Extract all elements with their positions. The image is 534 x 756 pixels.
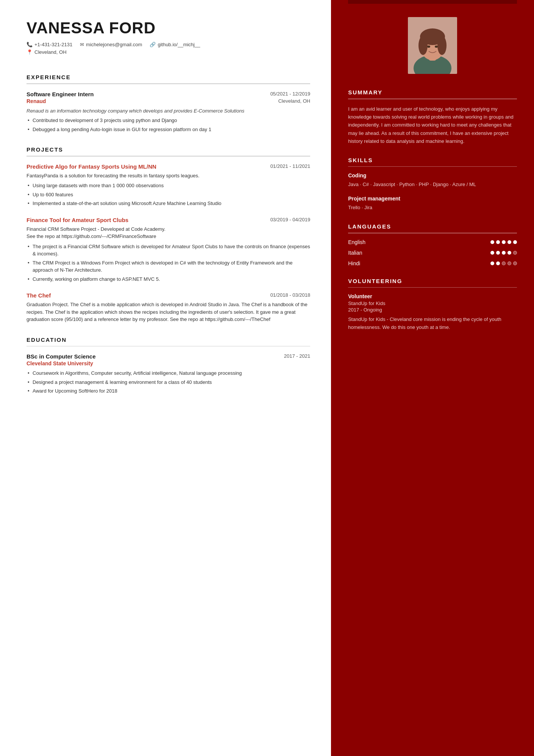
- project-date-2: 01/2018 - 03/2018: [270, 292, 311, 298]
- lang-dot-1-4: [513, 251, 517, 255]
- summary-text: I am an avid learner and user of technol…: [348, 105, 517, 146]
- project-desc-2: Graduation Project. The Chef is a mobile…: [27, 301, 310, 323]
- edu-bullets-0: Coursework in Algorithms, Computer secur…: [27, 369, 310, 395]
- language-name-2: Hindi: [348, 260, 360, 266]
- language-row-2: Hindi: [348, 260, 517, 266]
- contact-line-1: 📞 +1-431-321-2131 ✉ michelejones@gmail.c…: [27, 42, 310, 47]
- language-name-1: Italian: [348, 250, 362, 256]
- project-item-1: Finance Tool for Amateur Sport Clubs 03/…: [27, 217, 310, 283]
- lang-dot-1-2: [502, 251, 506, 255]
- left-column: VANESSA FORD 📞 +1-431-321-2131 ✉ michele…: [0, 0, 331, 756]
- lang-dot-1-0: [490, 251, 494, 255]
- profile-photo-svg: [408, 17, 457, 74]
- skill-category-1: Project management Trello · Jira: [348, 196, 517, 212]
- languages-section: LANGUAGES English Italian: [348, 223, 517, 266]
- project-bullets-0: Using large datasets with more than 1 00…: [27, 182, 310, 207]
- projects-divider: [27, 156, 310, 157]
- vol-org-0: StandUp for Kids: [348, 301, 517, 306]
- education-section: EDUCATION BSc in Computer Science 2017 -…: [27, 337, 310, 395]
- education-title: EDUCATION: [27, 337, 310, 343]
- phone-contact: 📞 +1-431-321-2131: [27, 42, 72, 47]
- email-address: michelejones@gmail.com: [86, 42, 142, 47]
- exp-bullet-0-1: Debugged a long pending Auto-login issue…: [27, 126, 310, 133]
- exp-bullets-0: Contributed to development of 3 projects…: [27, 117, 310, 133]
- project-title-0: Predictive Algo for Fantasy Sports Using…: [27, 163, 156, 170]
- languages-title: LANGUAGES: [348, 223, 517, 230]
- skill-tags-1: Trello · Jira: [348, 203, 517, 212]
- exp-title-0: Software Engineer Intern: [27, 91, 94, 97]
- lang-dot-2-4: [513, 261, 517, 265]
- lang-dot-2-0: [490, 261, 494, 265]
- summary-title: SUMMARY: [348, 89, 517, 95]
- edu-date-0: 2017 - 2021: [284, 353, 310, 360]
- lang-dot-1-1: [496, 251, 500, 255]
- experience-title: EXPERIENCE: [27, 74, 310, 80]
- project-bullet-0-1: Up to 600 features: [27, 191, 310, 199]
- lang-dot-2-3: [507, 261, 511, 265]
- lang-dot-0-0: [490, 240, 494, 244]
- edu-degree-0: BSc in Computer Science: [27, 353, 96, 360]
- project-date-1: 03/2019 - 04/2019: [270, 217, 311, 222]
- resume-header: VANESSA FORD 📞 +1-431-321-2131 ✉ michele…: [27, 19, 310, 55]
- contact-line-2: 📍 Cleveland, OH: [27, 49, 310, 55]
- lang-dot-0-1: [496, 240, 500, 244]
- project-date-0: 01/2021 - 11/2021: [270, 163, 311, 169]
- language-dots-1: [490, 251, 517, 255]
- phone-icon: 📞: [27, 42, 33, 47]
- language-dots-2: [490, 261, 517, 265]
- experience-section: EXPERIENCE Software Engineer Intern 05/2…: [27, 74, 310, 133]
- project-bullet-1-0: The project is a Financial CRM Software …: [27, 243, 310, 258]
- project-item-2: The Chef 01/2018 - 03/2018 Graduation Pr…: [27, 292, 310, 323]
- project-desc-0: FantasyPanda is a solution for forecasti…: [27, 172, 310, 180]
- summary-section: SUMMARY I am an avid learner and user of…: [348, 89, 517, 146]
- candidate-name: VANESSA FORD: [27, 19, 310, 37]
- summary-divider: [348, 99, 517, 99]
- vol-date-0: 2017 - Ongoing: [348, 307, 517, 313]
- skill-category-0: Coding Java · C# · Javascript · Python ·…: [348, 172, 517, 189]
- project-header-2: The Chef 01/2018 - 03/2018: [27, 292, 310, 299]
- location-icon: 📍: [27, 49, 33, 55]
- svg-point-8: [435, 45, 438, 48]
- language-dots-0: [490, 240, 517, 244]
- project-item-0: Predictive Algo for Fantasy Sports Using…: [27, 163, 310, 207]
- project-bullet-0-0: Using large datasets with more than 1 00…: [27, 182, 310, 189]
- lang-dot-0-3: [507, 240, 511, 244]
- email-contact: ✉ michelejones@gmail.com: [80, 42, 142, 47]
- project-header-0: Predictive Algo for Fantasy Sports Using…: [27, 163, 310, 170]
- project-header-1: Finance Tool for Amateur Sport Clubs 03/…: [27, 217, 310, 223]
- lang-dot-0-4: [513, 240, 517, 244]
- edu-bullet-0-2: Award for Upcoming SoftHero for 2018: [27, 387, 310, 395]
- language-name-0: English: [348, 239, 365, 245]
- lang-dot-2-1: [496, 261, 500, 265]
- edu-header-0: BSc in Computer Science 2017 - 2021: [27, 353, 310, 360]
- photo-container: [348, 4, 517, 74]
- volunteering-section: VOLUNTEERING Volunteer StandUp for Kids …: [348, 278, 517, 332]
- exp-bullet-0-0: Contributed to development of 3 projects…: [27, 117, 310, 124]
- languages-divider: [348, 233, 517, 233]
- project-title-1: Finance Tool for Amateur Sport Clubs: [27, 217, 128, 223]
- edu-bullet-0-0: Coursework in Algorithms, Computer secur…: [27, 369, 310, 377]
- projects-section: PROJECTS Predictive Algo for Fantasy Spo…: [27, 146, 310, 323]
- lang-dot-0-2: [502, 240, 506, 244]
- svg-point-6: [437, 36, 447, 55]
- exp-location-0: Cleveland, OH: [278, 98, 311, 105]
- edu-bullet-0-1: Designed a project management & learning…: [27, 379, 310, 386]
- education-divider: [27, 346, 310, 347]
- experience-divider: [27, 83, 310, 84]
- experience-item-0: Software Engineer Intern 05/2021 - 12/20…: [27, 91, 310, 133]
- exp-header-0: Software Engineer Intern 05/2021 - 12/20…: [27, 91, 310, 97]
- volunteering-divider: [348, 287, 517, 288]
- skills-section: SKILLS Coding Java · C# · Javascript · P…: [348, 157, 517, 212]
- phone-number: +1-431-321-2131: [34, 42, 72, 47]
- project-bullet-0-2: Implemented a state-of-the-art solution …: [27, 200, 310, 207]
- vol-role-0: Volunteer: [348, 293, 517, 299]
- project-title-2: The Chef: [27, 292, 51, 299]
- project-bullet-1-2: Currently, working on platform change to…: [27, 275, 310, 283]
- exp-desc-0: Renaud is an information technology comp…: [27, 107, 310, 115]
- top-accent-bar: [348, 0, 517, 4]
- volunteering-title: VOLUNTEERING: [348, 278, 517, 284]
- profile-photo: [408, 17, 457, 74]
- language-row-1: Italian: [348, 250, 517, 256]
- github-url: github.io/__michj__: [158, 42, 200, 47]
- vol-desc-0: StandUp for Kids - Cleveland core missio…: [348, 316, 517, 332]
